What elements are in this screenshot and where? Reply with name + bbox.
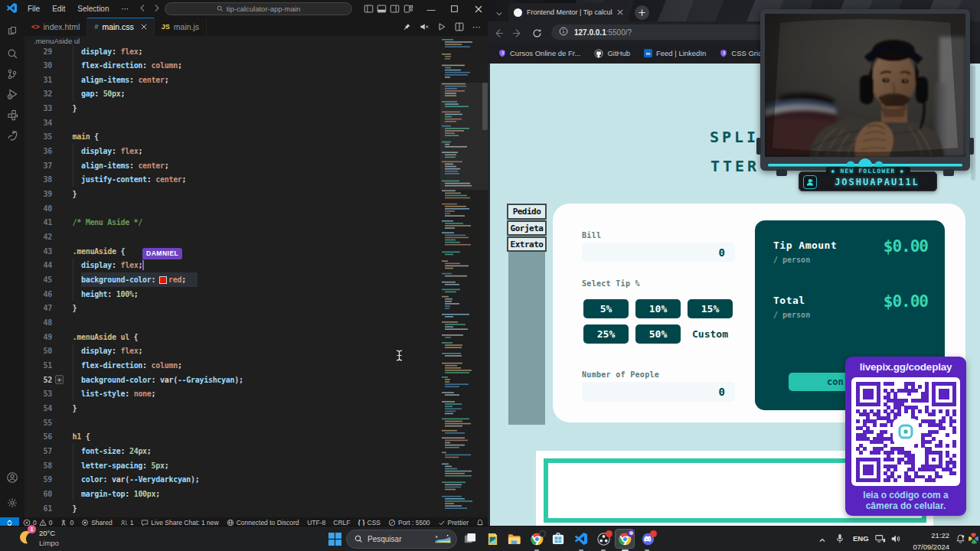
tab-index-html[interactable]: <> index.html bbox=[24, 18, 87, 36]
menu-more[interactable]: ⋯ bbox=[116, 5, 136, 13]
layout-sidebar-icon[interactable] bbox=[364, 4, 374, 15]
taskbar-search[interactable]: Pesquisar bbox=[346, 530, 457, 549]
people-label: Number of People bbox=[582, 370, 659, 379]
page-scrollbar[interactable] bbox=[971, 66, 975, 181]
file-explorer-icon[interactable] bbox=[504, 529, 524, 549]
browser-back-icon[interactable] bbox=[494, 28, 504, 41]
tab-main-css[interactable]: # main.css bbox=[87, 18, 154, 36]
editor-more-icon[interactable]: ⋯ bbox=[472, 22, 482, 32]
code-token: } bbox=[73, 404, 77, 412]
browser-forward-icon[interactable] bbox=[512, 28, 522, 41]
tip-5-button[interactable]: 5% bbox=[583, 299, 629, 318]
chrome-taskbar-icon[interactable] bbox=[527, 529, 547, 549]
code-token: : bbox=[152, 376, 160, 384]
code-line: flex-direction: column; bbox=[81, 358, 182, 373]
nav-back-icon[interactable] bbox=[138, 3, 148, 15]
layout-customize-icon[interactable] bbox=[403, 4, 413, 15]
code-token: font-size bbox=[81, 447, 121, 455]
tab-close-icon[interactable] bbox=[141, 24, 147, 30]
menu-item-gorjeta[interactable]: Gorjeta bbox=[507, 220, 547, 236]
tip-25-button[interactable]: 25% bbox=[583, 324, 629, 344]
tray-volume-icon[interactable] bbox=[890, 533, 901, 547]
code-token: none bbox=[134, 390, 152, 398]
code-line: color: var(--Verydarkcyan); bbox=[81, 472, 200, 487]
menu-item-pedido[interactable]: Pedido bbox=[507, 204, 547, 220]
vscode-logo-icon[interactable] bbox=[7, 3, 17, 15]
svg-text:in: in bbox=[646, 51, 651, 56]
task-view-button[interactable] bbox=[460, 529, 480, 549]
vscode-taskbar-icon[interactable] bbox=[571, 529, 591, 549]
tray-notification-bell-icon[interactable] bbox=[956, 533, 965, 547]
nav-forward-icon[interactable] bbox=[152, 3, 162, 15]
menu-item-extrato[interactable]: Extrato bbox=[507, 236, 547, 252]
bill-input[interactable]: 0 bbox=[582, 243, 735, 262]
bookmark-github[interactable]: GitHub bbox=[594, 49, 630, 58]
tab-search-chevron-icon[interactable] bbox=[495, 7, 503, 21]
browser-tab[interactable]: Frontend Mentor | Tip calculato bbox=[508, 3, 629, 21]
tab-main-js[interactable]: JS main.js bbox=[155, 18, 207, 36]
code-token: ; bbox=[147, 447, 152, 455]
collaborator-name-flag: DAMNIEL bbox=[142, 248, 182, 259]
menu-edit[interactable]: Edit bbox=[46, 5, 71, 13]
menu-file[interactable]: File bbox=[21, 5, 46, 13]
document-app-icon[interactable] bbox=[482, 529, 502, 549]
code-token: { bbox=[94, 132, 99, 141]
color-swatch-red[interactable] bbox=[160, 277, 166, 283]
profile-badge bbox=[627, 530, 635, 537]
run-icon[interactable] bbox=[437, 22, 446, 31]
explorer-icon[interactable] bbox=[0, 21, 24, 39]
tray-mic-icon[interactable] bbox=[835, 533, 844, 547]
run-debug-icon[interactable] bbox=[0, 85, 24, 103]
menu-selection[interactable]: Selection bbox=[71, 5, 115, 13]
window-maximize-button[interactable] bbox=[443, 0, 465, 18]
notification-badge bbox=[650, 530, 657, 537]
tray-clock[interactable]: 21:22 07/09/2024 bbox=[910, 529, 949, 551]
weather-moon-icon: 1 bbox=[17, 528, 34, 548]
tray-chevron-icon[interactable] bbox=[818, 534, 827, 548]
bookmark-linkedin[interactable]: in Feed | LinkedIn bbox=[644, 49, 706, 57]
code-editor[interactable]: 29display: flex;30flex-direction: column… bbox=[24, 36, 440, 517]
tip-15-button[interactable]: 15% bbox=[688, 299, 733, 318]
live-share-icon[interactable] bbox=[0, 126, 24, 145]
window-close-button[interactable] bbox=[468, 0, 489, 18]
source-control-icon[interactable] bbox=[0, 65, 24, 83]
site-info-icon[interactable] bbox=[559, 27, 568, 37]
people-input[interactable]: 0 bbox=[582, 382, 735, 402]
layout-secondary-sidebar-icon[interactable] bbox=[390, 4, 400, 15]
qr-code bbox=[851, 377, 960, 486]
extensions-icon[interactable] bbox=[0, 106, 24, 124]
search-icon[interactable] bbox=[0, 44, 24, 63]
start-button[interactable] bbox=[325, 529, 345, 549]
tip-custom-input[interactable]: Custom bbox=[688, 324, 733, 344]
speaker-muted-icon[interactable] bbox=[420, 22, 429, 31]
store-taskbar-icon[interactable] bbox=[548, 529, 568, 549]
tip-50-button[interactable]: 50% bbox=[635, 324, 681, 344]
split-editor-icon[interactable] bbox=[455, 22, 464, 31]
window-minimize-button[interactable]: — bbox=[420, 0, 442, 18]
account-icon[interactable] bbox=[0, 468, 24, 487]
tray-network-icon[interactable] bbox=[875, 533, 886, 547]
pin-icon[interactable] bbox=[403, 23, 411, 31]
code-token: align-items bbox=[81, 161, 129, 170]
taskbar-weather-widget[interactable]: 1 20°C Limpo bbox=[17, 528, 59, 548]
layout-panel-icon[interactable] bbox=[377, 4, 387, 15]
gutter-plus-indicator[interactable]: + bbox=[55, 375, 64, 384]
settings-gear-icon[interactable] bbox=[0, 494, 24, 512]
chrome-active-taskbar-icon[interactable] bbox=[615, 529, 635, 549]
tip-amount-value: $0.00 bbox=[884, 237, 928, 256]
vscode-search-input[interactable]: tip-calculator-app-main bbox=[165, 2, 352, 15]
browser-reload-icon[interactable] bbox=[532, 28, 542, 41]
discord-taskbar-icon[interactable] bbox=[638, 529, 658, 549]
new-tab-button[interactable] bbox=[635, 5, 649, 20]
tab-close-icon[interactable] bbox=[617, 9, 623, 15]
bookmark-cursos[interactable]: Cursos Online de Fr... bbox=[498, 49, 580, 57]
indent-guide bbox=[73, 144, 74, 187]
tray-color-app-icon[interactable] bbox=[968, 533, 979, 547]
tip-10-button[interactable]: 10% bbox=[635, 299, 681, 318]
obs-taskbar-icon[interactable] bbox=[593, 529, 613, 549]
minimap-viewport[interactable] bbox=[440, 83, 488, 190]
code-token: flex bbox=[121, 47, 139, 56]
code-line: } bbox=[73, 401, 77, 416]
tray-language[interactable]: ENG bbox=[853, 534, 869, 543]
line-number: 61 bbox=[24, 501, 52, 516]
